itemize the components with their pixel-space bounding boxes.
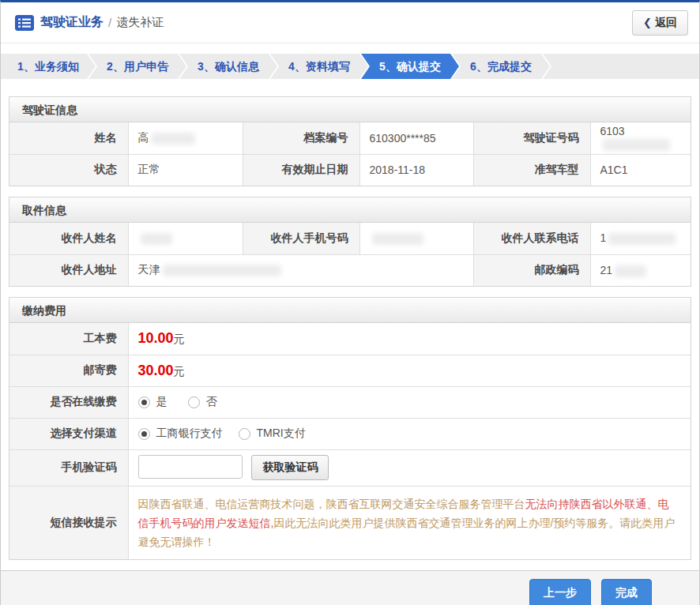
page-subtitle: 遗失补证 — [116, 15, 164, 30]
radio-channel-icbc[interactable]: 工商银行支付 — [138, 427, 223, 441]
channel-label: 选择支付渠道 — [9, 418, 128, 449]
radio-selected-icon — [138, 396, 150, 408]
postage-unit: 元 — [174, 365, 185, 378]
file-no-label: 档案编号 — [243, 122, 359, 154]
sms-code-label: 手机验证码 — [9, 449, 128, 486]
section-payment: 缴纳费用 工本费 10.00元 邮寄费 30.00元 是否在线缴费 — [9, 297, 691, 560]
redacted-recipient-address — [163, 265, 281, 276]
back-button-label: 返回 — [655, 16, 677, 30]
online-pay-options: 是 否 — [128, 386, 691, 418]
redacted-license-no — [603, 139, 670, 151]
back-chevron-icon: ❮ — [643, 17, 652, 28]
table-row: 姓名 高 档案编号 610300****85 驾驶证号码 6103 — [9, 122, 691, 154]
redacted-postal-code — [615, 265, 646, 277]
section-title-pickup-info: 取件信息 — [9, 197, 691, 223]
table-row: 手机验证码 获取验证码 — [9, 449, 691, 486]
status-value: 正常 — [128, 154, 243, 186]
fee-value: 10.00元 — [128, 323, 691, 355]
vehicle-class-value: A1C1 — [590, 154, 691, 186]
back-button[interactable]: ❮ 返回 — [632, 10, 688, 36]
table-row: 选择支付渠道 工商银行支付 TMRI支付 — [9, 418, 691, 449]
main-content: 驾驶证信息 姓名 高 档案编号 610300****85 驾驶证号码 6103 … — [1, 79, 699, 570]
section-title-payment: 缴纳费用 — [9, 298, 691, 323]
table-row: 邮寄费 30.00元 — [9, 355, 691, 386]
notice-part-1: 因陕西省联通、电信运营商技术问题，陕西省互联网交通安全综合服务管理平台 — [138, 498, 525, 510]
sms-code-field: 获取验证码 — [128, 449, 691, 486]
table-row: 工本费 10.00元 — [9, 323, 691, 355]
page-title: 驾驶证业务 — [40, 14, 103, 31]
expiry-label: 有效期止日期 — [243, 154, 359, 186]
file-no-value: 610300****85 — [359, 122, 473, 154]
radio-selected-icon — [138, 428, 150, 440]
recipient-address-label: 收件人地址 — [9, 254, 128, 286]
radio-unselected-icon — [239, 428, 250, 440]
redacted-recipient-mobile — [372, 233, 423, 245]
sms-code-input[interactable] — [138, 455, 243, 479]
postage-amount: 30.00 — [138, 363, 174, 378]
section-pickup-info: 取件信息 收件人姓名 收件人手机号码 收件人联系电话 1 收件人地址 天津 邮政… — [9, 197, 691, 287]
radio-label: 是 — [156, 395, 167, 409]
status-label: 状态 — [9, 154, 128, 186]
radio-online-yes[interactable]: 是 — [138, 395, 167, 409]
breadcrumb-separator: / — [108, 16, 111, 29]
header: 驾驶证业务 / 遗失补证 ❮ 返回 — [1, 2, 699, 43]
recipient-mobile-label: 收件人手机号码 — [243, 223, 359, 254]
sms-notice-label: 短信接收提示 — [9, 486, 128, 559]
postage-value: 30.00元 — [128, 355, 691, 386]
recipient-phone-value: 1 — [590, 223, 691, 254]
radio-label: 工商银行支付 — [156, 427, 223, 441]
step-5-confirm-submit-active: 5、确认提交 — [361, 54, 459, 79]
expiry-value: 2018-11-18 — [359, 154, 473, 186]
sms-notice-text: 因陕西省联通、电信运营商技术问题，陕西省互联网交通安全综合服务管理平台无法向持陕… — [128, 486, 691, 559]
step-6-complete-submit: 6、完成提交 — [452, 54, 550, 79]
table-row: 收件人地址 天津 邮政编码 21 — [9, 254, 691, 286]
redacted-name — [152, 133, 195, 145]
fee-unit: 元 — [174, 333, 185, 345]
name-label: 姓名 — [9, 122, 128, 154]
postage-label: 邮寄费 — [9, 355, 128, 386]
footer-action-bar: 上一步 完成 — [1, 570, 699, 605]
name-value: 高 — [128, 122, 243, 154]
step-3-confirm-info: 3、确认信息 — [179, 54, 277, 79]
table-row: 收件人姓名 收件人手机号码 收件人联系电话 1 — [9, 223, 691, 254]
recipient-phone-label: 收件人联系电话 — [473, 223, 590, 254]
section-license-info: 驾驶证信息 姓名 高 档案编号 610300****85 驾驶证号码 6103 … — [9, 96, 691, 186]
pickup-info-table: 收件人姓名 收件人手机号码 收件人联系电话 1 收件人地址 天津 邮政编码 21 — [9, 223, 691, 286]
online-pay-label: 是否在线缴费 — [9, 386, 128, 418]
redacted-recipient-name — [141, 233, 172, 245]
section-title-license-info: 驾驶证信息 — [9, 97, 691, 122]
redacted-recipient-phone — [608, 233, 676, 245]
page-container: 驾驶证业务 / 遗失补证 ❮ 返回 1、业务须知 2、用户申告 3、确认信息 4… — [0, 0, 700, 605]
license-no-value: 6103 — [590, 122, 691, 154]
radio-online-no[interactable]: 否 — [188, 395, 217, 409]
finish-button[interactable]: 完成 — [601, 579, 652, 605]
step-2-user-declaration: 2、用户申告 — [88, 54, 186, 79]
postal-code-label: 邮政编码 — [473, 254, 590, 286]
recipient-name-label: 收件人姓名 — [9, 223, 128, 254]
table-row: 短信接收提示 因陕西省联通、电信运营商技术问题，陕西省互联网交通安全综合服务管理… — [9, 486, 691, 559]
radio-label: TMRI支付 — [257, 427, 306, 441]
postal-code-value: 21 — [590, 254, 691, 286]
recipient-name-value — [128, 223, 243, 254]
vehicle-class-label: 准驾车型 — [473, 154, 590, 186]
step-bar-filler — [543, 54, 699, 79]
table-row: 是否在线缴费 是 否 — [9, 386, 691, 418]
channel-options: 工商银行支付 TMRI支付 — [128, 418, 691, 449]
step-1-business-notice: 1、业务须知 — [1, 54, 96, 79]
radio-channel-tmri[interactable]: TMRI支付 — [239, 427, 306, 441]
license-list-icon — [15, 15, 34, 31]
table-row: 状态 正常 有效期止日期 2018-11-18 准驾车型 A1C1 — [9, 154, 691, 186]
radio-label: 否 — [206, 395, 217, 409]
recipient-address-value: 天津 — [128, 254, 473, 286]
radio-unselected-icon — [188, 396, 200, 408]
payment-table: 工本费 10.00元 邮寄费 30.00元 是否在线缴费 是 — [9, 323, 691, 559]
prev-step-button[interactable]: 上一步 — [529, 579, 591, 605]
step-wizard-bar: 1、业务须知 2、用户申告 3、确认信息 4、资料填写 5、确认提交 6、完成提… — [1, 54, 699, 79]
fee-label: 工本费 — [9, 323, 128, 355]
fee-amount: 10.00 — [138, 330, 174, 346]
get-code-button[interactable]: 获取验证码 — [251, 455, 329, 480]
license-info-table: 姓名 高 档案编号 610300****85 驾驶证号码 6103 状态 正常 … — [9, 122, 691, 186]
license-no-label: 驾驶证号码 — [473, 122, 590, 154]
recipient-mobile-value — [359, 223, 473, 254]
step-4-fill-data: 4、资料填写 — [270, 54, 368, 79]
